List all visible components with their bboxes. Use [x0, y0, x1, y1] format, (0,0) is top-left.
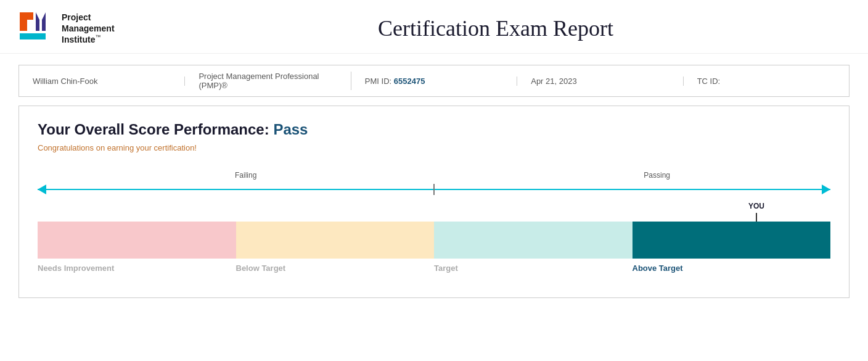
you-label: YOU — [748, 202, 764, 210]
info-date: Apr 21, 2023 — [517, 77, 683, 86]
logo-text: ProjectManagementInstitute™ — [62, 12, 115, 46]
info-bar: William Chin-Fook Project Management Pro… — [18, 65, 850, 97]
score-bars — [38, 222, 830, 259]
info-pmi-id: PMI ID: 6552475 — [351, 77, 517, 86]
bar-target — [434, 222, 633, 259]
svg-rect-4 — [20, 33, 46, 39]
info-tc-id: TC ID: — [684, 77, 849, 86]
bar-label-below: Below Target — [236, 263, 435, 273]
info-name: William Chin-Fook — [19, 77, 185, 86]
bar-below-target — [236, 222, 435, 259]
logo-area: ProjectManagementInstitute™ — [18, 10, 142, 47]
tc-id-label: TC ID: — [697, 77, 721, 86]
pmi-logo-icon — [18, 10, 55, 47]
info-certification: Project Management Professional (PMP)® — [185, 72, 351, 90]
you-tick — [756, 213, 757, 222]
arrow-right-icon — [822, 185, 830, 194]
you-marker: YOU — [38, 202, 830, 220]
arrow-left-icon — [38, 185, 46, 194]
failing-label: Failing — [235, 171, 256, 180]
header: ProjectManagementInstitute™ Certificatio… — [0, 0, 868, 54]
bar-labels: Needs Improvement Below Target Target Ab… — [38, 263, 830, 273]
arrow-labels: Failing Passing — [38, 171, 830, 180]
overall-score-heading: Your Overall Score Performance: Pass — [38, 121, 830, 138]
page-title: Certification Exam Report — [142, 15, 850, 41]
pmi-id-value: 6552475 — [394, 77, 425, 86]
score-section: Your Overall Score Performance: Pass Con… — [18, 106, 850, 298]
bar-needs-improvement — [38, 222, 236, 259]
congratulations-text: Congratulations on earning your certific… — [38, 143, 830, 152]
midpoint-tick — [433, 184, 435, 195]
svg-marker-3 — [36, 12, 46, 31]
bar-label-above: Above Target — [633, 263, 831, 273]
passing-label: Passing — [644, 171, 670, 180]
bar-above-target — [633, 222, 831, 259]
bar-label-needs: Needs Improvement — [38, 263, 236, 273]
page-title-area: Certification Exam Report — [142, 15, 850, 41]
bar-label-target: Target — [434, 263, 633, 273]
pmi-id-label: PMI ID: — [365, 77, 391, 86]
svg-rect-2 — [27, 12, 33, 20]
overall-heading-prefix: Your Overall Score Performance: — [38, 121, 273, 138]
arrow-bar — [38, 182, 830, 197]
overall-result: Pass — [273, 121, 308, 138]
